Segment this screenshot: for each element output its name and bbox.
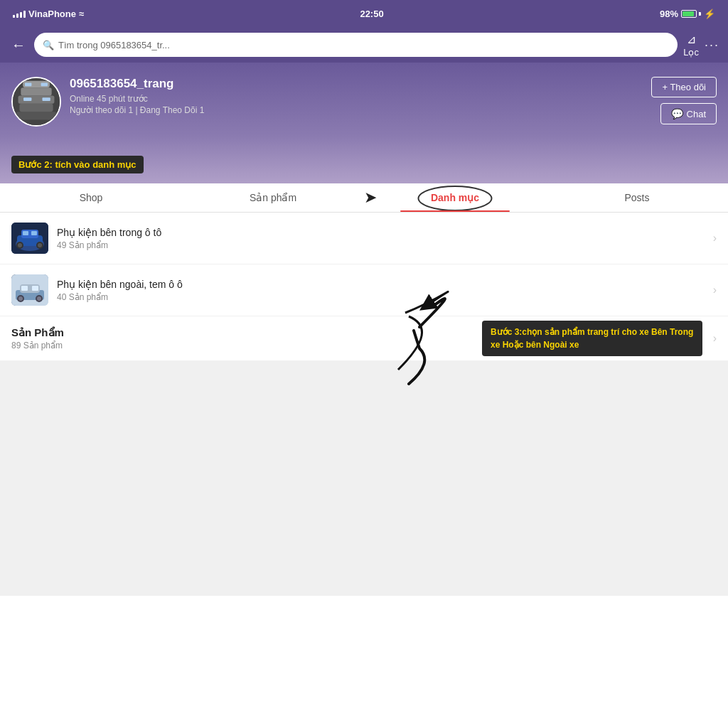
search-bar: ← 🔍 Tìm trong 0965183654_tr... ⊿ Lọc ···	[0, 27, 728, 63]
more-button[interactable]: ···	[705, 38, 719, 53]
chevron-right-exterior: ›	[713, 284, 717, 296]
car-exterior-image	[11, 274, 48, 306]
empty-content-area	[0, 361, 728, 596]
avatar	[11, 77, 61, 127]
signal-bars	[13, 9, 26, 18]
category-thumb-exterior	[11, 274, 48, 306]
svg-point-28	[37, 296, 41, 301]
tab-posts-label: Posts	[624, 192, 649, 203]
bar3	[20, 12, 22, 18]
svg-rect-8	[23, 97, 31, 101]
search-icon: 🔍	[43, 40, 54, 50]
tab-danhmuc-label: Danh mục	[431, 192, 479, 203]
profile-section: 0965183654_trang Online 45 phút trước Ng…	[0, 63, 728, 183]
search-input-box[interactable]: 🔍 Tìm trong 0965183654_tr...	[34, 33, 678, 57]
status-left: VinaPhone ≈	[13, 9, 84, 19]
search-placeholder: Tìm trong 0965183654_tr...	[58, 40, 170, 50]
sanpham-name: Sản Phẩm	[11, 326, 64, 339]
car-interior-image	[11, 223, 48, 254]
tab-sanpham[interactable]: Sản phẩm ➤	[182, 183, 364, 212]
chevron-right-sanpham: ›	[713, 332, 717, 345]
tab-danhmuc[interactable]: Danh mục	[364, 183, 546, 212]
category-info-interior: Phụ kiện bên trong ô tô 49 Sản phẩm	[57, 227, 713, 250]
profile-actions: + Theo dõi 💬 Chat	[651, 77, 717, 124]
battery-tip	[699, 12, 701, 16]
svg-point-18	[18, 243, 22, 247]
battery-icon	[681, 10, 701, 18]
svg-point-19	[38, 243, 42, 247]
followers-info: Người theo dõi 1 | Đang Theo Dõi 1	[70, 105, 204, 115]
online-status: Online 45 phút trước	[70, 94, 204, 104]
carrier-name: VinaPhone	[28, 9, 76, 19]
tab-posts[interactable]: Posts	[546, 183, 728, 212]
tab-shop[interactable]: Shop	[0, 183, 182, 212]
tab-shop-label: Shop	[80, 192, 103, 203]
svg-rect-14	[23, 231, 28, 235]
bar4	[23, 11, 26, 18]
battery-percent: 98%	[660, 9, 678, 19]
svg-rect-4	[21, 87, 51, 95]
svg-rect-24	[32, 286, 38, 291]
avatar-image	[13, 78, 60, 125]
svg-rect-15	[31, 231, 37, 235]
status-bar: VinaPhone ≈ 22:50 98% ⚡	[0, 0, 728, 27]
follow-button[interactable]: + Theo dõi	[651, 77, 717, 97]
chat-icon: 💬	[671, 108, 683, 119]
tab-sanpham-label: Sản phẩm	[250, 192, 296, 203]
status-right: 98% ⚡	[660, 9, 715, 19]
battery-fill	[682, 11, 694, 16]
category-count-exterior: 40 Sản phẩm	[57, 292, 713, 302]
phone-frame: VinaPhone ≈ 22:50 98% ⚡ ← 🔍 Tìm trong 09…	[0, 0, 728, 728]
filter-icon: ⊿	[687, 33, 696, 46]
svg-rect-7	[41, 83, 48, 87]
filter-label: Lọc	[683, 47, 699, 58]
shop-name: 0965183654_trang	[70, 77, 204, 91]
back-button[interactable]: ←	[9, 34, 28, 56]
filter-button[interactable]: ⊿ Lọc	[683, 33, 699, 58]
chevron-right-interior: ›	[713, 232, 717, 245]
battery-body	[681, 10, 697, 18]
svg-rect-23	[21, 286, 28, 291]
wifi-icon: ≈	[79, 9, 84, 19]
svg-rect-2	[19, 104, 53, 112]
category-item-exterior[interactable]: Phụ kiện bên ngoài, tem ô ô 40 Sản phẩm …	[0, 264, 728, 316]
svg-point-27	[18, 296, 23, 301]
sanpham-section[interactable]: Sản Phẩm 89 Sản phẩm Bước 3:chọn sản phẩ…	[0, 316, 728, 361]
svg-rect-1	[16, 112, 57, 119]
category-thumb-interior	[11, 223, 48, 254]
category-list: Phụ kiện bên trong ô tô 49 Sản phẩm ›	[0, 213, 728, 316]
svg-rect-6	[25, 83, 31, 87]
profile-left: 0965183654_trang Online 45 phút trước Ng…	[11, 77, 204, 127]
chat-button[interactable]: 💬 Chat	[660, 103, 717, 124]
sanpham-info: Sản Phẩm 89 Sản phẩm	[11, 326, 64, 350]
bar2	[16, 14, 18, 18]
category-name-exterior: Phụ kiện bên ngoài, tem ô ô	[57, 279, 713, 290]
category-item-interior[interactable]: Phụ kiện bên trong ô tô 49 Sản phẩm ›	[0, 213, 728, 264]
svg-rect-9	[42, 97, 50, 101]
status-time: 22:50	[360, 9, 383, 19]
chat-label: Chat	[687, 109, 706, 119]
step2-annotation: Bước 2: tích vào danh mục	[11, 156, 144, 173]
bar1	[13, 15, 15, 18]
step3-annotation: Bước 3:chọn sản phẩm trang trí cho xe Bê…	[482, 321, 702, 356]
sanpham-count: 89 Sản phẩm	[11, 341, 64, 350]
category-name-interior: Phụ kiện bên trong ô tô	[57, 227, 713, 238]
profile-info: 0965183654_trang Online 45 phút trước Ng…	[70, 77, 204, 115]
category-count-interior: 49 Sản phẩm	[57, 240, 713, 250]
charging-icon: ⚡	[704, 9, 715, 19]
category-info-exterior: Phụ kiện bên ngoài, tem ô ô 40 Sản phẩm	[57, 279, 713, 302]
tabs-bar: Shop Sản phẩm ➤ Danh mục Posts	[0, 183, 728, 213]
arrow-right-icon: ➤	[364, 188, 377, 207]
